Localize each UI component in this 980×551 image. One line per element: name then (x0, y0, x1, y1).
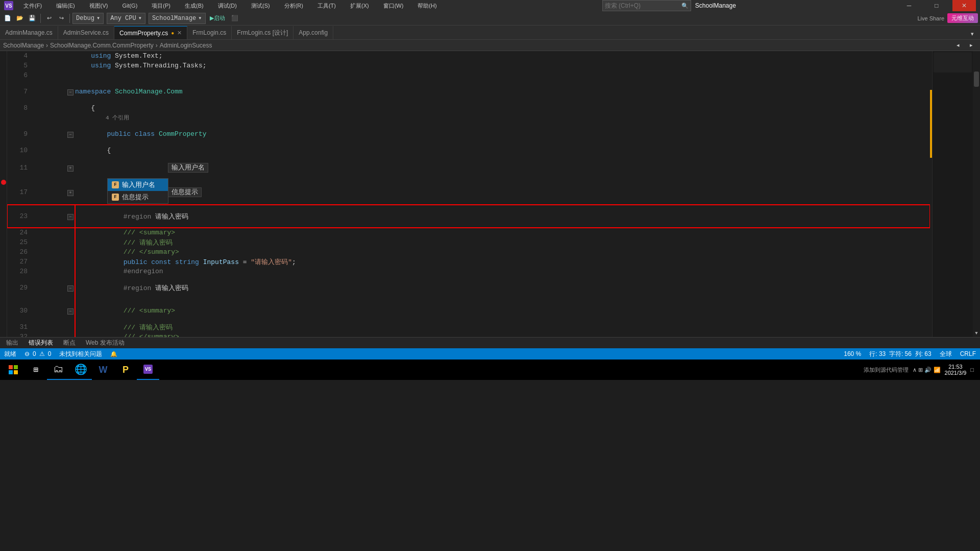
web-publish-tab[interactable]: Web 发布活动 (84, 338, 127, 348)
breakpoints-tab[interactable]: 断点 (61, 338, 78, 348)
status-line-ending[interactable]: CRLF (960, 350, 976, 357)
code-cell[interactable]: #region 请输入密码 (75, 276, 930, 299)
project-dropdown[interactable]: SchoolManage ▾ (149, 13, 206, 24)
open-button[interactable]: 📂 (14, 13, 26, 24)
tab-close-button[interactable]: ✕ (177, 30, 182, 36)
code-cell[interactable]: /// 请输入密码 (75, 237, 930, 247)
code-cell[interactable]: /// </summary> (75, 332, 930, 337)
collapse-button[interactable]: − (67, 89, 74, 95)
restore-button[interactable]: □ (925, 0, 948, 11)
menu-tools[interactable]: 工具(T) (313, 0, 340, 11)
tab-frmlogin[interactable]: FrmLogin.cs (187, 26, 232, 39)
code-cell[interactable]: public const string InputPass = "请输入密码"; (75, 257, 930, 267)
suggestion-popup[interactable]: F 输入用户名 F 信息提示 (107, 178, 168, 204)
code-cell[interactable]: 输入用户名 (75, 155, 930, 180)
explorer-taskbar-button[interactable]: 🗂 (47, 360, 69, 380)
tab-commproperty[interactable]: CommProperty.cs ● ✕ (114, 26, 187, 39)
status-zoom[interactable]: 160 % (844, 350, 861, 357)
tab-adminmanage[interactable]: AdminManage.cs (0, 26, 58, 39)
code-cell[interactable]: using System.Threading.Tasks; (75, 61, 930, 70)
save-all-button[interactable]: 💾 (27, 13, 38, 24)
minimap-viewport (934, 52, 972, 73)
scroll-left-button[interactable]: ◂ (952, 40, 964, 51)
menu-edit[interactable]: 编辑(E) (52, 0, 79, 11)
breadcrumb-member[interactable]: AdminLoginSucess (160, 42, 212, 49)
python-taskbar-button[interactable]: P (114, 360, 137, 380)
code-cell[interactable]: /// <summary> (75, 299, 930, 322)
menu-test[interactable]: 测试(S) (247, 0, 274, 11)
scrollbar-thumb[interactable] (974, 71, 979, 87)
code-cell[interactable] (75, 70, 930, 80)
collapse-button[interactable]: + (67, 190, 74, 196)
csdn-button[interactable]: 元维互动 (947, 13, 978, 23)
collapse-button[interactable]: − (67, 132, 74, 138)
menu-analyze[interactable]: 分析(R) (280, 0, 307, 11)
code-cell[interactable]: { (75, 146, 930, 155)
collapsed-hint: 信息提示 (168, 187, 202, 197)
line-number (7, 113, 28, 123)
tab-adminservice[interactable]: AdminService.cs (58, 26, 114, 39)
status-notifications[interactable]: 🔔 (110, 351, 117, 357)
menu-file[interactable]: 文件(F) (19, 0, 46, 11)
menu-project[interactable]: 项目(P) (148, 0, 175, 11)
code-cell[interactable]: namespace SchoolManage.Comm (75, 80, 930, 103)
source-control-label[interactable]: 添加到源代码管理 (864, 366, 909, 374)
code-cell[interactable]: public class CommProperty (75, 123, 930, 146)
breakpoint-marker[interactable] (1, 180, 6, 185)
code-editor[interactable]: F 输入用户名 F 信息提示 4 using System.Text; 5 us… (7, 51, 930, 337)
redo-button[interactable]: ↪ (56, 13, 67, 24)
menu-view[interactable]: 视图(V) (85, 0, 112, 11)
start-debug-button[interactable]: ▶ 启动 (207, 13, 228, 24)
code-cell[interactable]: 信息提示 (75, 180, 930, 205)
editor-main: F 输入用户名 F 信息提示 4 using System.Text; 5 us… (0, 51, 980, 337)
code-cell[interactable]: using System.Text; (75, 51, 930, 61)
global-search-box[interactable]: 🔍 (602, 0, 691, 11)
code-cell[interactable]: #endregion (75, 267, 930, 276)
suggestion-item-0[interactable]: F 输入用户名 (108, 179, 168, 191)
code-cell[interactable]: #region 请输入密码 (75, 205, 930, 228)
tab-appconfig[interactable]: App.config (293, 26, 333, 39)
collapse-button[interactable]: + (67, 165, 74, 172)
menu-extensions[interactable]: 扩展(X) (346, 0, 373, 11)
menu-build[interactable]: 生成(B) (181, 0, 208, 11)
close-button[interactable]: ✕ (952, 0, 976, 11)
suggestion-item-1[interactable]: F 信息提示 (108, 191, 168, 203)
breadcrumb-namespace[interactable]: SchoolManage.Comm.CommProperty (50, 42, 154, 49)
new-file-button[interactable]: 📄 (2, 13, 13, 24)
collapse-button[interactable]: − (67, 285, 74, 292)
debug-config-dropdown[interactable]: Debug ▾ (72, 13, 104, 24)
code-cell[interactable]: /// </summary> (75, 247, 930, 257)
breadcrumb-solution[interactable]: SchoolManage (3, 42, 44, 49)
search-input[interactable] (605, 2, 681, 9)
browser-taskbar-button[interactable]: 🌐 (69, 360, 92, 380)
scroll-down-button[interactable]: ▼ (973, 330, 980, 337)
word-taskbar-button[interactable]: W (92, 360, 114, 380)
menu-help[interactable]: 帮助(H) (413, 0, 440, 11)
collapse-button[interactable]: − (67, 214, 74, 220)
taskview-button[interactable]: ⊞ (24, 360, 47, 380)
line-margin (28, 70, 75, 80)
menu-window[interactable]: 窗口(W) (379, 0, 408, 11)
live-share-label[interactable]: Live Share (917, 15, 944, 21)
clock[interactable]: 21:53 2021/3/9 (945, 364, 967, 376)
code-cell[interactable]: { (75, 103, 930, 113)
errors-tab[interactable]: 错误列表 (27, 338, 55, 349)
notification-button[interactable]: □ (970, 367, 974, 373)
scroll-right-button[interactable]: ▸ (966, 40, 977, 51)
cpu-dropdown[interactable]: Any CPU ▾ (107, 13, 145, 24)
code-cell[interactable]: /// <summary> (75, 228, 930, 237)
start-button[interactable] (2, 360, 24, 380)
vs-taskbar-button[interactable]: VS (137, 360, 159, 380)
menu-git[interactable]: Git(G) (118, 0, 141, 11)
output-tab[interactable]: 输出 (4, 338, 20, 348)
code-cell[interactable]: /// 请输入密码 (75, 322, 930, 332)
vertical-scrollbar[interactable]: ▼ (973, 51, 980, 337)
collapse-button[interactable]: − (67, 308, 74, 315)
menu-debug[interactable]: 调试(D) (214, 0, 241, 11)
tab-frmlogin-design[interactable]: FrmLogin.cs [设计] (232, 26, 293, 39)
stop-button[interactable]: ⬛ (229, 13, 240, 24)
undo-button[interactable]: ↩ (43, 13, 55, 24)
tabs-overflow-button[interactable]: ▾ (967, 28, 978, 39)
minimize-button[interactable]: ─ (897, 0, 921, 11)
status-encoding[interactable]: 全球 (940, 350, 952, 358)
